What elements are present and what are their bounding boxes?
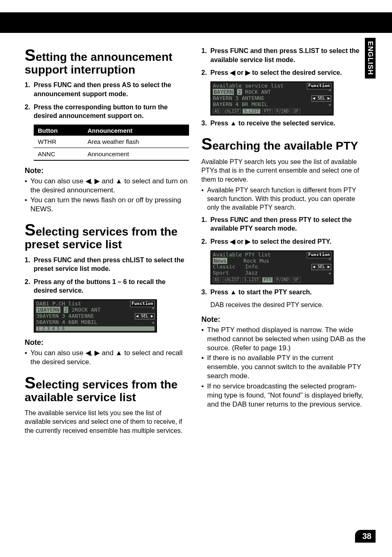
step: 2. Press any of the buttons 1 – 6 to rec… — [25, 277, 189, 295]
paragraph: The available service list lets you see … — [25, 409, 189, 435]
note-list: • You can also use ◀, ▶ and ▲ to select … — [25, 177, 189, 214]
lcd-strip: ASchLISTS.LISTPTYP/2NDSF — [213, 109, 331, 114]
step: 1. Press FUNC and then press PTY to sele… — [201, 215, 366, 233]
note-list: • You can also use ◀, ▶ and ▲ to select … — [25, 349, 189, 367]
heading-available-service-list: Selecting services from the avail­able s… — [25, 374, 189, 403]
note-heading: Note: — [25, 166, 189, 175]
step: 3. Press ▲ to receive the selected servi… — [201, 119, 366, 128]
note-list: •The PTY method displayed is narrow. The… — [201, 326, 366, 409]
lcd-preset-list: DAB1 P.CH listFunction 1BAYERN 2 2ROCK A… — [34, 299, 157, 333]
table-header: Announcement — [83, 125, 189, 136]
header-black-bar — [0, 12, 392, 33]
step: 2. Press ◀ or ▶ to select the desired PT… — [201, 237, 366, 246]
heading-preset-service-list: Selecting services from the pre­set serv… — [25, 221, 189, 250]
lcd-available-pty-list: Available PTY listFunction News Rock Mus… — [210, 250, 334, 284]
step: 1. Press FUNC and then press S.LIST to s… — [201, 46, 366, 64]
table-header: Button — [34, 125, 83, 136]
step: 3. Press ▲ to start the PTY search. — [201, 288, 366, 297]
note-heading: Note: — [201, 315, 366, 324]
left-column: Setting the announcement sup­port interr… — [25, 39, 189, 438]
step-sub: DAB receives the desired PTY service. — [210, 300, 366, 310]
table-row: ANNCAnnouncement — [34, 148, 189, 160]
heading-searching-available-pty: Searching the available PTY — [201, 135, 366, 153]
step: 1. Press FUNC and then press chLIST to s… — [25, 256, 189, 273]
note-heading: Note: — [25, 338, 189, 347]
heading-announcement-support: Setting the announcement sup­port interr… — [25, 46, 189, 76]
table-row: WTHRArea weather flash — [34, 136, 189, 148]
page-content: Setting the announcement sup­port interr… — [25, 39, 366, 438]
page-number: 38 — [355, 530, 376, 543]
step: 1. Press FUNC and then press AS to selec… — [25, 81, 189, 98]
step: 2. Press the corresponding button to tur… — [25, 103, 189, 120]
lcd-strip: ASchLISTS.LISTPTYP/2NDSF — [213, 277, 331, 283]
language-tab: ENGLISH — [365, 38, 376, 79]
announcement-button-table: Button Announcement WTHRArea weather fla… — [34, 125, 189, 161]
paragraph: Available PTY search lets you see the li… — [201, 157, 366, 184]
bullet-list: •Available PTY search function is differ… — [201, 186, 366, 212]
lcd-available-service-list: Available service listFunction BAYERN 2 … — [210, 81, 334, 116]
right-column: 1. Press FUNC and then press S.LIST to s… — [201, 39, 366, 438]
step: 2. Press ◀ or ▶ to select the desired se… — [201, 68, 366, 77]
